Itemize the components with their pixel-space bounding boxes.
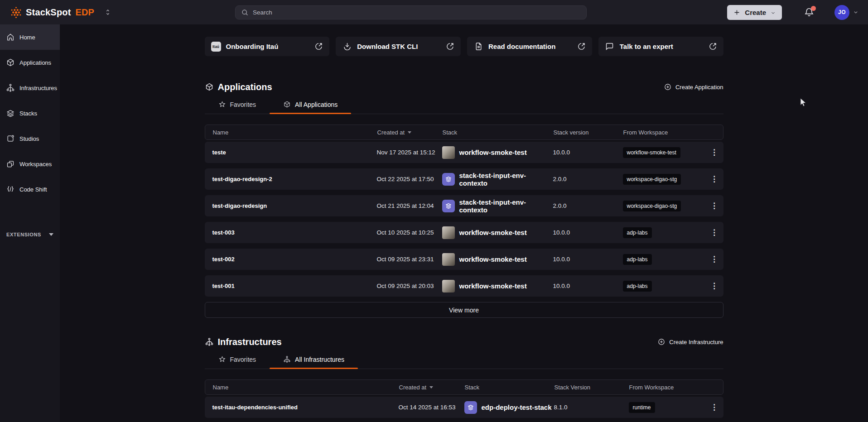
create-infrastructure-button[interactable]: Create Infrastructure [657,338,723,346]
column-header-created-at[interactable]: Created at [399,384,465,391]
tab-all-applications[interactable]: All Applications [270,101,351,114]
network-icon [283,355,291,363]
column-header-from-workspace: From Workspace [623,129,705,136]
workspace-chip: workflow-smoke-test [623,147,680,158]
row-stack: stack-test-input-env-contexto [442,172,553,187]
sidebar-item-applications[interactable]: Applications [0,50,60,75]
plus-icon [733,9,741,16]
infrastructures-title: Infrastructures [205,337,282,347]
avatar[interactable]: JO [834,5,849,20]
row-stack-version: 2.0.0 [553,176,623,182]
row-from-workspace: adp-labs [623,227,705,238]
row-name: test-itau-dependencies-unified [205,404,399,411]
code-shift-icon [6,185,15,194]
star-icon [218,355,226,363]
infrastructures-table-body: test-itau-dependencies-unified Oct 14 20… [205,397,723,422]
stacks-icon [6,109,15,118]
bell-icon [804,11,815,19]
table-row-test-003[interactable]: test-003 Oct 10 2025 at 10:25 workflow-s… [205,222,723,243]
row-name: teste [205,149,377,156]
infrastructures-table-header: NameCreated atStackStack VersionFrom Wor… [205,379,723,395]
row-created-at: Oct 22 2025 at 17:50 [377,176,442,182]
quick-link-talk-to-an-expert[interactable]: Talk to an expert [598,37,723,56]
tab-favorites[interactable]: Favorites [205,101,270,114]
sidebar: HomeApplicationsInfrastructuresStacksStu… [0,24,60,422]
tab-all-infrastructures[interactable]: All Infrastructures [270,355,358,369]
table-row-test-digao-redesign[interactable]: test-digao-redesign Oct 21 2025 at 12:04… [205,195,723,216]
top-bar: StackSpot EDP Create JO [0,0,868,24]
infrastructures-icon [6,83,15,92]
row-from-workspace: workspace-digao-stg [623,174,705,185]
row-created-at: Oct 09 2025 at 20:03 [377,283,442,289]
row-created-at: Oct 10 2025 at 10:25 [377,229,442,236]
applications-title: Applications [205,82,272,92]
row-menu-button[interactable]: ⋮ [705,281,723,291]
download-icon [342,42,352,52]
row-name: test-001 [205,283,377,289]
row-stack-name: workflow-smoke-test [459,255,527,263]
sort-desc-icon [408,131,411,134]
applications-tabs: Favorites All Applications [205,101,723,114]
plus-circle-icon [657,338,665,346]
workspaces-icon [6,159,15,168]
workspace-chip: adp-labs [623,254,652,265]
external-link-icon [577,42,586,51]
row-stack-name: edp-deploy-test-stack [482,403,552,411]
stackspot-logo[interactable]: StackSpot EDP [10,6,111,19]
column-header-created-at[interactable]: Created at [377,129,443,136]
sidebar-item-infrastructures[interactable]: Infrastructures [0,75,60,101]
tab-favorites[interactable]: Favorites [205,355,270,369]
row-menu-button[interactable]: ⋮ [705,148,723,157]
row-from-workspace: workflow-smoke-test [623,147,705,158]
stack-layers-icon [442,200,455,212]
row-stack-name: stack-test-input-env-contexto [459,198,553,214]
sidebar-item-home[interactable]: Home [0,24,60,50]
sidebar-extensions-toggle[interactable]: EXTENSIONS [0,232,60,237]
create-application-button[interactable]: Create Application [664,83,723,91]
quick-link-read-documentation[interactable]: Read documentation [467,37,592,56]
plus-circle-icon [664,83,672,91]
row-menu-button[interactable]: ⋮ [705,228,723,237]
stackspot-edp-app: StackSpot EDP Create JO HomeApp [0,0,868,422]
row-menu-button[interactable]: ⋮ [705,403,723,412]
search-input[interactable] [253,9,581,16]
sidebar-item-studios[interactable]: Studios [0,126,60,151]
chevron-down-icon [853,9,859,15]
sidebar-item-code-shift[interactable]: Code Shift [0,177,60,202]
workspace-switcher-icon[interactable] [104,9,111,16]
quick-link-onboarding-itaú[interactable]: ItaúOnboarding Itaú [205,37,330,56]
notifications-button[interactable] [804,7,815,18]
external-link-icon [314,42,323,51]
row-menu-button[interactable]: ⋮ [705,254,723,264]
row-stack-version: 2.0.0 [553,202,623,209]
create-button[interactable]: Create [727,5,782,20]
row-stack-version: 10.0.0 [553,256,623,263]
user-menu[interactable]: JO [834,5,859,20]
row-menu-button[interactable]: ⋮ [705,174,723,184]
star-icon [218,101,226,108]
global-search[interactable] [235,5,587,19]
workspace-chip: adp-labs [623,281,652,292]
quick-link-download-stk-cli[interactable]: Download STK CLI [336,37,461,56]
main-content: ItaúOnboarding ItaúDownload STK CLIRead … [60,24,868,422]
sidebar-item-stacks[interactable]: Stacks [0,101,60,126]
row-from-workspace: adp-labs [623,281,705,292]
sidebar-item-workspaces[interactable]: Workspaces [0,151,60,177]
row-menu-button[interactable]: ⋮ [705,201,723,211]
row-stack-name: stack-test-input-env-contexto [459,172,553,187]
quick-links: ItaúOnboarding ItaúDownload STK CLIRead … [205,37,723,56]
table-row-test-itau-dependencies-unified[interactable]: test-itau-dependencies-unified Oct 14 20… [205,397,723,418]
row-from-workspace: adp-labs [623,254,705,265]
workspace-chip: workspace-digao-stg [623,174,681,185]
notification-badge [811,6,816,11]
table-row-teste[interactable]: teste Nov 17 2025 at 15:12 workflow-smok… [205,142,723,163]
column-header-stack-version: Stack version [554,129,623,136]
view-more-button[interactable]: View more [205,302,723,318]
row-name: test-digao-redesign [205,202,377,209]
row-from-workspace: workspace-digao-stg [623,201,705,211]
table-row-test-digao-redesign-2[interactable]: test-digao-redesign-2 Oct 22 2025 at 17:… [205,168,723,190]
table-row-test-001[interactable]: test-001 Oct 09 2025 at 20:03 workflow-s… [205,275,723,297]
table-row-test-002[interactable]: test-002 Oct 09 2025 at 23:31 workflow-s… [205,249,723,270]
row-created-at: Oct 21 2025 at 12:04 [377,202,442,209]
stack-layers-icon [464,401,477,414]
